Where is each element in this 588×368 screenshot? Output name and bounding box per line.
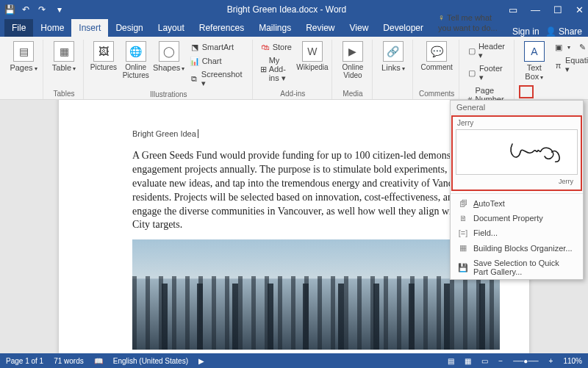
menu-save-selection: 💾Save Selection to Quick Part Gallery... <box>451 256 583 279</box>
group-tables: Tables <box>54 88 75 99</box>
status-macro-icon[interactable]: ▶ <box>198 357 204 365</box>
view-web-icon[interactable]: ▭ <box>481 357 488 365</box>
tell-me-box[interactable]: ♀Tell me what you want to do... <box>431 9 512 37</box>
zoom-out-icon[interactable]: − <box>498 357 503 365</box>
quick-parts-button[interactable]: ▣▾ <box>552 41 572 53</box>
group-media: Media <box>343 88 362 99</box>
text-box-button[interactable]: AText Box▾ <box>520 41 548 82</box>
zoom-level[interactable]: 110% <box>563 357 582 365</box>
gallery-entry-jerry[interactable]: Jerry Jerry <box>451 115 582 191</box>
equation-button[interactable]: πEquation ▾ <box>552 55 588 75</box>
share-button[interactable]: 👤 Share <box>545 26 582 37</box>
view-read-icon[interactable]: ▤ <box>448 357 454 365</box>
tab-home[interactable]: Home <box>33 19 71 37</box>
status-words[interactable]: 71 words <box>54 357 84 365</box>
smartart-button[interactable]: ⬔SmartArt <box>188 41 248 53</box>
quick-parts-dropdown: General Jerry Jerry 🗐AutoAutoTextText 🗎D… <box>450 100 584 280</box>
online-video-button[interactable]: ▶Online Video <box>338 41 368 79</box>
status-page[interactable]: Page 1 of 1 <box>6 357 43 365</box>
pictures-button[interactable]: 🖼Pictures <box>90 41 118 71</box>
save-icon[interactable]: 💾 <box>4 4 15 15</box>
minimize-icon[interactable]: — <box>531 4 540 15</box>
tab-mailings[interactable]: Mailings <box>251 19 298 37</box>
tab-file[interactable]: File <box>4 19 33 37</box>
signature-line-button[interactable]: ✎▾ <box>576 41 588 53</box>
tab-review[interactable]: Review <box>298 19 342 37</box>
shapes-button[interactable]: ◯Shapes▾ <box>154 41 184 73</box>
online-pictures-button[interactable]: 🌐Online Pictures <box>122 41 150 79</box>
tab-insert[interactable]: Insert <box>71 19 108 37</box>
wikipedia-button[interactable]: WWikipedia <box>298 41 327 71</box>
undo-icon[interactable]: ↶ <box>21 4 31 15</box>
status-bar: Page 1 of 1 71 words 📖 English (United S… <box>0 353 588 368</box>
signature-preview <box>456 129 578 175</box>
qat-more-icon[interactable]: ▾ <box>54 4 65 15</box>
dropdown-section-general: General <box>451 101 583 115</box>
tab-developer[interactable]: Developer <box>376 19 431 37</box>
doc-heading[interactable]: Bright Green Idea <box>132 125 500 140</box>
ribbon: ▤Pages▾ Tables ▦Table▾ Tables 🖼Pictures … <box>0 37 588 100</box>
menu-field[interactable]: [=]Field... <box>451 226 583 240</box>
links-button[interactable]: 🔗Links▾ <box>379 41 408 73</box>
tab-references[interactable]: References <box>192 19 251 37</box>
close-icon[interactable]: ✕ <box>576 4 584 15</box>
maximize-icon[interactable]: ☐ <box>553 4 562 15</box>
doc-body[interactable]: A Green Seeds Fund would provide funding… <box>132 149 500 232</box>
ribbon-tabs: File Home Insert Design Layout Reference… <box>0 19 588 37</box>
store-button[interactable]: 🛍Store <box>259 41 293 53</box>
table-button[interactable]: ▦Table▾ <box>49 41 79 73</box>
group-illustrations: Illustrations <box>150 89 187 100</box>
menu-building-blocks[interactable]: ▦Building Blocks Organizer... <box>451 240 583 256</box>
status-spell-icon[interactable]: 📖 <box>94 357 103 365</box>
my-addins-button[interactable]: ⊞My Add-ins ▾ <box>259 55 293 84</box>
menu-autotext[interactable]: 🗐AutoAutoTextText <box>451 196 583 211</box>
comment-button[interactable]: 💬Comment <box>422 41 451 71</box>
tab-layout[interactable]: Layout <box>151 19 192 37</box>
pages-button[interactable]: ▤Pages▾ <box>9 41 38 73</box>
menu-document-property[interactable]: 🗎Document Property <box>451 211 583 226</box>
footer-button[interactable]: ▢Footer ▾ <box>465 63 509 83</box>
status-language[interactable]: English (United States) <box>113 357 188 365</box>
zoom-slider[interactable]: ──●── <box>513 357 538 365</box>
header-button[interactable]: ▢Header ▾ <box>465 41 509 61</box>
tab-design[interactable]: Design <box>108 19 150 37</box>
chart-button[interactable]: 📊Chart <box>188 55 248 67</box>
group-comments: Comments <box>419 88 454 99</box>
zoom-in-icon[interactable]: + <box>549 357 553 365</box>
view-print-icon[interactable]: ▦ <box>465 357 471 365</box>
doc-image-skyline[interactable] <box>132 239 500 350</box>
screenshot-button[interactable]: ⧉Screenshot ▾ <box>188 69 248 89</box>
group-addins: Add-ins <box>280 88 305 99</box>
sign-in-link[interactable]: Sign in <box>512 26 539 37</box>
redo-icon[interactable]: ↷ <box>37 4 47 15</box>
tab-view[interactable]: View <box>343 19 376 37</box>
